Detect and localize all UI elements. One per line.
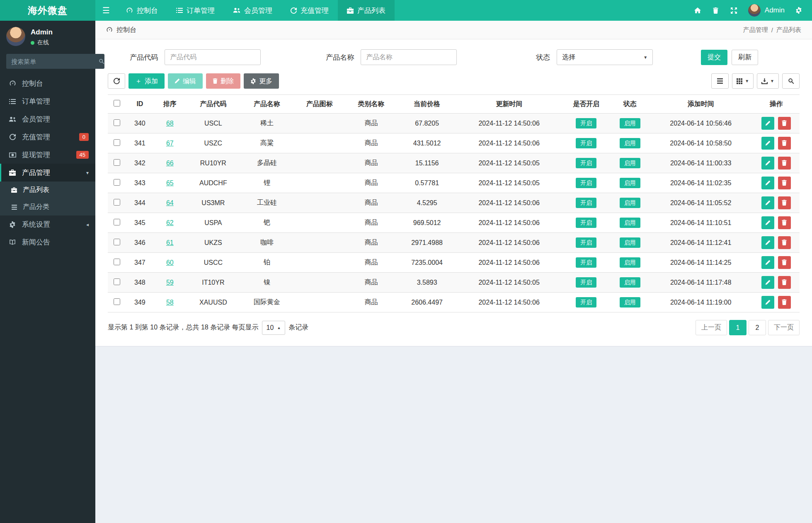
sidebar-item-news[interactable]: 新闻公告 [0, 233, 95, 251]
status-toggle-badge[interactable]: 启用 [620, 297, 640, 308]
open-toggle-badge[interactable]: 开启 [576, 297, 596, 308]
table-search-button[interactable] [782, 73, 800, 89]
delete-row-button[interactable] [778, 157, 791, 169]
status-toggle-badge[interactable]: 启用 [620, 138, 640, 148]
delete-row-button[interactable] [778, 196, 791, 209]
row-checkbox[interactable] [114, 298, 120, 305]
home-button[interactable] [688, 0, 707, 21]
nav-item-product-list[interactable]: 产品列表 [338, 0, 395, 21]
col-open[interactable]: 是否开启 [561, 95, 611, 114]
delete-row-button[interactable] [778, 276, 791, 289]
toggle-pagination-button[interactable] [711, 73, 729, 89]
sidebar-subitem-product-category[interactable]: 产品分类 [0, 199, 95, 215]
edit-row-button[interactable] [761, 236, 774, 249]
status-select[interactable]: 选择 ▼ [557, 49, 653, 65]
sort-link[interactable]: 61 [166, 239, 174, 246]
sidebar-search-input[interactable] [6, 54, 99, 69]
row-checkbox[interactable] [114, 219, 120, 225]
clear-cache-button[interactable] [707, 0, 725, 21]
delete-row-button[interactable] [778, 216, 791, 229]
sidebar-item-recharge[interactable]: 充值管理 0 [0, 128, 95, 146]
nav-item-members[interactable]: 会员管理 [224, 0, 281, 21]
pagination-page-1[interactable]: 1 [729, 320, 747, 335]
delete-row-button[interactable] [778, 236, 791, 249]
row-checkbox[interactable] [114, 119, 120, 126]
open-toggle-badge[interactable]: 开启 [576, 118, 596, 128]
edit-row-button[interactable] [761, 117, 774, 130]
delete-row-button[interactable] [778, 177, 791, 189]
open-toggle-badge[interactable]: 开启 [576, 178, 596, 188]
col-added[interactable]: 添加时间 [649, 95, 753, 114]
open-toggle-badge[interactable]: 开启 [576, 218, 596, 228]
row-checkbox[interactable] [114, 179, 120, 186]
pagination-next[interactable]: 下一页 [768, 320, 800, 335]
delete-row-button[interactable] [778, 137, 791, 150]
status-toggle-badge[interactable]: 启用 [620, 237, 640, 248]
columns-button[interactable]: ▼ [732, 73, 754, 89]
open-toggle-badge[interactable]: 开启 [576, 277, 596, 288]
col-product-icon[interactable]: 产品图标 [293, 95, 345, 114]
pagination-page-2[interactable]: 2 [749, 320, 766, 335]
col-status[interactable]: 状态 [611, 95, 648, 114]
sidebar-item-product-management[interactable]: 产品管理 ▾ [0, 164, 95, 182]
delete-row-button[interactable] [778, 296, 791, 309]
delete-row-button[interactable] [778, 256, 791, 269]
edit-button[interactable]: 编辑 [168, 73, 203, 89]
row-checkbox[interactable] [114, 278, 120, 285]
sort-link[interactable]: 58 [166, 299, 174, 306]
nav-item-orders[interactable]: 订单管理 [167, 0, 224, 21]
edit-row-button[interactable] [761, 296, 774, 309]
pagination-prev[interactable]: 上一页 [696, 320, 727, 335]
col-product-code[interactable]: 产品代码 [186, 95, 240, 114]
open-toggle-badge[interactable]: 开启 [576, 257, 596, 268]
select-all-checkbox[interactable] [114, 100, 120, 107]
row-checkbox[interactable] [114, 259, 120, 265]
edit-row-button[interactable] [761, 177, 774, 189]
status-toggle-badge[interactable]: 启用 [620, 118, 640, 128]
sidebar-item-members[interactable]: 会员管理 [0, 110, 95, 128]
open-toggle-badge[interactable]: 开启 [576, 237, 596, 248]
status-toggle-badge[interactable]: 启用 [620, 178, 640, 188]
edit-row-button[interactable] [761, 157, 774, 169]
col-product-name[interactable]: 产品名称 [240, 95, 294, 114]
brand-logo[interactable]: 海外微盘 [0, 0, 95, 21]
status-toggle-badge[interactable]: 启用 [620, 257, 640, 268]
page-size-select[interactable]: 10 ▲ [262, 321, 286, 335]
edit-row-button[interactable] [761, 276, 774, 289]
more-button[interactable]: 更多 [244, 73, 279, 89]
add-button[interactable]: ＋添加 [128, 73, 165, 89]
product-code-input[interactable] [165, 49, 261, 65]
col-price[interactable]: 当前价格 [397, 95, 457, 114]
settings-button[interactable] [790, 0, 808, 21]
edit-row-button[interactable] [761, 196, 774, 209]
edit-row-button[interactable] [761, 256, 774, 269]
status-toggle-badge[interactable]: 启用 [620, 218, 640, 228]
product-name-input[interactable] [361, 49, 457, 65]
open-toggle-badge[interactable]: 开启 [576, 158, 596, 168]
delete-button[interactable]: 删除 [206, 73, 240, 89]
sort-link[interactable]: 60 [166, 259, 174, 266]
edit-row-button[interactable] [761, 216, 774, 229]
export-button[interactable]: ▼ [757, 73, 779, 89]
sort-link[interactable]: 59 [166, 279, 174, 286]
open-toggle-badge[interactable]: 开启 [576, 138, 596, 148]
delete-row-button[interactable] [778, 117, 791, 130]
sidebar-search-button[interactable] [99, 54, 104, 69]
nav-item-console[interactable]: 控制台 [117, 0, 167, 21]
sidebar-item-orders[interactable]: 订单管理 [0, 92, 95, 110]
open-toggle-badge[interactable]: 开启 [576, 198, 596, 208]
sidebar-toggle-button[interactable]: ☰ [95, 0, 117, 21]
col-category[interactable]: 类别名称 [345, 95, 397, 114]
status-toggle-badge[interactable]: 启用 [620, 277, 640, 288]
sort-link[interactable]: 67 [166, 140, 174, 147]
sidebar-item-withdraw[interactable]: 提现管理 45 [0, 146, 95, 164]
nav-item-recharge[interactable]: 充值管理 [281, 0, 338, 21]
sidebar-item-console[interactable]: 控制台 [0, 75, 95, 92]
refresh-button[interactable]: 刷新 [732, 50, 758, 65]
sort-link[interactable]: 65 [166, 179, 174, 186]
status-toggle-badge[interactable]: 启用 [620, 198, 640, 208]
user-menu[interactable]: Admin [743, 0, 790, 21]
sidebar-item-system-settings[interactable]: 系统设置 ◂ [0, 215, 95, 233]
sort-link[interactable]: 66 [166, 160, 174, 167]
sort-link[interactable]: 62 [166, 219, 174, 226]
